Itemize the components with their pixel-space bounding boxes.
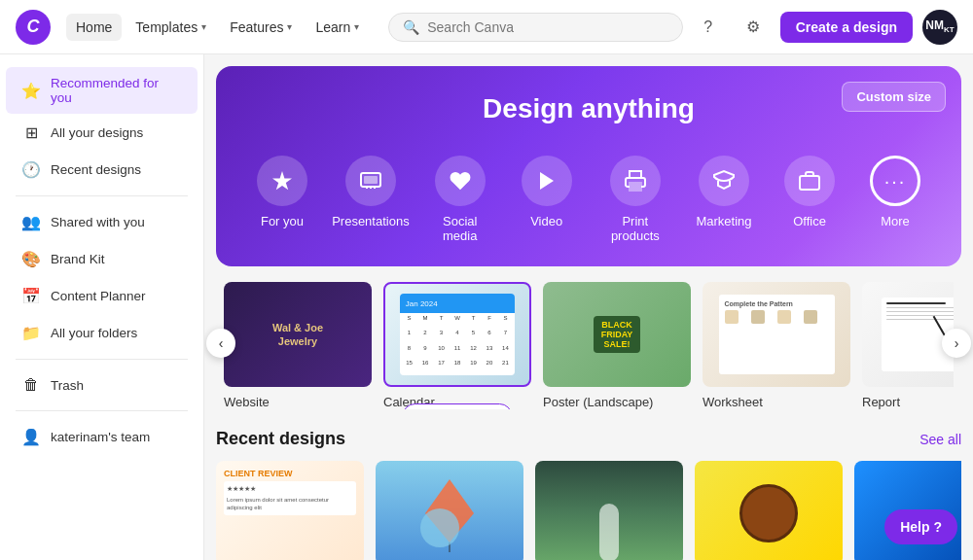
help-button[interactable]: Help ? bbox=[884, 509, 957, 544]
hero-icon-more[interactable]: ··· More bbox=[852, 148, 938, 251]
recent-title: Recent designs bbox=[216, 429, 345, 449]
template-card-poster[interactable]: BLACKFRIDAYSALE! Poster (Landscape) bbox=[543, 282, 691, 409]
brand-icon: 🎨 bbox=[21, 250, 41, 268]
folder-icon: 📁 bbox=[21, 324, 41, 342]
sidebar-item-folders[interactable]: 📁 All your folders bbox=[6, 315, 198, 351]
website-thumbnail: Wal & JoeJewelry bbox=[224, 282, 372, 387]
help-icon[interactable]: ? bbox=[691, 10, 726, 45]
social-label: Social media bbox=[432, 214, 488, 243]
template-carousel: Wal & JoeJewelry Website Jan 2024 bbox=[224, 282, 954, 409]
nav-links: Home Templates ▾ Features ▾ Learn ▾ bbox=[66, 14, 369, 41]
hero-title: Design anything bbox=[239, 93, 938, 124]
sidebar-divider bbox=[16, 195, 188, 196]
hero-icon-office[interactable]: Office bbox=[767, 148, 852, 251]
for-you-label: For you bbox=[261, 214, 304, 228]
create-design-button[interactable]: Create a design bbox=[780, 12, 913, 43]
template-card-calendar[interactable]: Jan 2024 SMTWTFS 1234567 891011121314 15… bbox=[383, 282, 531, 409]
nav-templates[interactable]: Templates ▾ bbox=[126, 14, 216, 41]
carousel-left-arrow[interactable]: ‹ bbox=[206, 329, 235, 358]
users-icon: 👥 bbox=[21, 213, 41, 231]
video-label: Video bbox=[530, 214, 562, 228]
marketing-label: Marketing bbox=[696, 214, 751, 228]
search-icon: 🔍 bbox=[403, 19, 419, 35]
video-circle bbox=[522, 156, 572, 206]
marketing-circle bbox=[699, 156, 749, 206]
sidebar-divider-2 bbox=[16, 359, 188, 360]
logo-text: C bbox=[27, 17, 40, 37]
canva-logo[interactable]: C bbox=[16, 10, 51, 45]
more-circle: ··· bbox=[870, 156, 920, 206]
search-input[interactable] bbox=[427, 19, 668, 35]
hero-icon-for-you[interactable]: For you bbox=[239, 148, 325, 251]
carousel-right-arrow[interactable]: › bbox=[942, 329, 971, 358]
main-content: Design anything Custom size For you Pres… bbox=[204, 54, 973, 560]
waterfall-thumbnail bbox=[535, 461, 683, 560]
recent-card-food[interactable] bbox=[695, 461, 843, 560]
kite-thumbnail bbox=[376, 461, 523, 560]
avatar[interactable]: NMKT bbox=[922, 10, 957, 45]
chevron-down-icon: ▾ bbox=[287, 21, 292, 32]
settings-icon[interactable]: ⚙ bbox=[736, 10, 771, 45]
sidebar-item-planner[interactable]: 📅 Content Planner bbox=[6, 278, 198, 314]
chevron-down-icon: ▾ bbox=[201, 21, 206, 32]
svg-rect-3 bbox=[630, 183, 641, 191]
recent-card-kite[interactable] bbox=[376, 461, 523, 560]
presentations-circle bbox=[345, 156, 396, 206]
print-label: Print products bbox=[605, 214, 666, 243]
help-label: Help ? bbox=[900, 519, 942, 535]
calendar-dimension-bubble: 1920 × 1080 px bbox=[402, 403, 512, 409]
hero-icon-presentations[interactable]: Presentations bbox=[325, 148, 416, 251]
svg-rect-4 bbox=[800, 176, 819, 190]
recent-card-waterfall[interactable] bbox=[535, 461, 683, 560]
recent-section-header: Recent designs See all bbox=[216, 429, 961, 449]
sidebar: ⭐ Recommended for you ⊞ All your designs… bbox=[0, 54, 204, 560]
svg-point-8 bbox=[420, 508, 459, 547]
hero-icon-print[interactable]: Print products bbox=[590, 148, 681, 251]
top-navigation: C Home Templates ▾ Features ▾ Learn ▾ 🔍 … bbox=[0, 0, 973, 54]
svg-marker-2 bbox=[540, 172, 554, 190]
report-thumbnail bbox=[862, 282, 954, 387]
office-label: Office bbox=[793, 214, 826, 228]
team-icon: 👤 bbox=[21, 428, 41, 446]
star-icon: ⭐ bbox=[21, 82, 41, 100]
food-thumbnail bbox=[695, 461, 843, 560]
sidebar-item-brand[interactable]: 🎨 Brand Kit bbox=[6, 241, 198, 277]
nav-home[interactable]: Home bbox=[66, 14, 122, 41]
sidebar-item-shared[interactable]: 👥 Shared with you bbox=[6, 204, 198, 240]
for-you-circle bbox=[257, 156, 307, 206]
hero-banner: Design anything Custom size For you Pres… bbox=[216, 66, 961, 266]
custom-size-button[interactable]: Custom size bbox=[842, 82, 946, 112]
template-card-report[interactable]: Report bbox=[862, 282, 954, 409]
office-circle bbox=[784, 156, 835, 206]
search-bar[interactable]: 🔍 bbox=[388, 13, 683, 42]
client-thumbnail: CLIENT REVIEW ★★★★★ Lorem ipsum dolor si… bbox=[216, 461, 364, 560]
recent-grid: CLIENT REVIEW ★★★★★ Lorem ipsum dolor si… bbox=[216, 461, 961, 560]
print-circle bbox=[610, 156, 661, 206]
sidebar-item-recent[interactable]: 🕐 Recent designs bbox=[6, 152, 198, 188]
see-all-button[interactable]: See all bbox=[919, 432, 961, 447]
template-card-worksheet[interactable]: Complete the Pattern bbox=[703, 282, 850, 409]
recent-card-client[interactable]: CLIENT REVIEW ★★★★★ Lorem ipsum dolor si… bbox=[216, 461, 364, 560]
trash-icon: 🗑 bbox=[21, 376, 41, 394]
calendar-thumbnail: Jan 2024 SMTWTFS 1234567 891011121314 15… bbox=[383, 282, 531, 387]
template-card-website[interactable]: Wal & JoeJewelry Website bbox=[224, 282, 372, 409]
sidebar-item-trash[interactable]: 🗑 Trash bbox=[6, 368, 198, 402]
nav-learn[interactable]: Learn ▾ bbox=[306, 14, 369, 41]
nav-right-actions: ? ⚙ Create a design NMKT bbox=[691, 10, 957, 45]
sidebar-item-all-designs[interactable]: ⊞ All your designs bbox=[6, 115, 198, 151]
hero-icon-video[interactable]: Video bbox=[504, 148, 590, 251]
worksheet-thumbnail: Complete the Pattern bbox=[703, 282, 850, 387]
chevron-down-icon: ▾ bbox=[354, 21, 359, 32]
nav-features[interactable]: Features ▾ bbox=[220, 14, 302, 41]
sidebar-item-recommended[interactable]: ⭐ Recommended for you bbox=[6, 67, 198, 114]
hero-icon-social[interactable]: Social media bbox=[416, 148, 504, 251]
more-label: More bbox=[881, 214, 910, 228]
clock-icon: 🕐 bbox=[21, 160, 41, 179]
social-circle bbox=[435, 156, 486, 206]
template-section: ‹ Wal & JoeJewelry Website bbox=[204, 278, 973, 425]
hero-icon-marketing[interactable]: Marketing bbox=[681, 148, 767, 251]
svg-rect-1 bbox=[364, 176, 378, 184]
sidebar-item-team[interactable]: 👤 katerinam's team bbox=[6, 419, 198, 455]
hero-icon-grid: For you Presentations Social media bbox=[239, 148, 938, 251]
sidebar-divider-3 bbox=[16, 410, 188, 411]
